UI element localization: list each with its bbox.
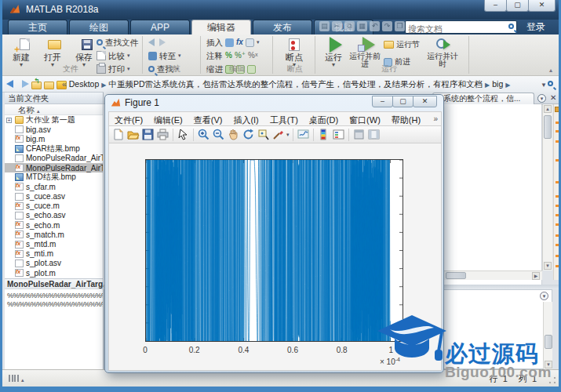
file-item[interactable]: big.asv — [5, 125, 103, 134]
file-details-header[interactable]: MonoPulseRadar_AirTarg... — [5, 278, 103, 289]
ribbon-tab-2[interactable]: 绘图 — [69, 20, 129, 34]
busy-indicator-dropdown-icon[interactable]: ▴ — [21, 377, 24, 383]
hide-plot-tools-icon[interactable] — [352, 128, 366, 141]
new-script-button[interactable]: ＋ 新建▾ — [6, 36, 36, 67]
open-button[interactable]: 打开▾ — [38, 36, 67, 67]
file-item[interactable]: CFAR结果.bmp — [5, 144, 103, 154]
insert-colorbar-icon[interactable] — [317, 128, 330, 141]
rotate-3d-icon[interactable] — [242, 128, 255, 141]
save-button[interactable]: 保存▾ — [69, 36, 99, 67]
analyzer-warning-mark[interactable] — [556, 140, 560, 143]
file-item[interactable]: s_cfar.m — [5, 182, 103, 191]
address-dropdown-icon[interactable]: ▼ — [541, 82, 547, 89]
ribbon-tab-3[interactable]: APP — [130, 20, 190, 34]
qat-save-icon[interactable]: ▤ — [319, 21, 330, 31]
save-figure-icon[interactable] — [141, 128, 155, 141]
insert-legend-icon[interactable] — [332, 128, 345, 141]
address-search-icon[interactable] — [548, 81, 553, 86]
breadcrumb[interactable]: « Desktop▶中重频PD雷达系统仿真，包括雷达系统的整个流程，信号产生，信… — [62, 76, 537, 93]
doc-search-input[interactable] — [406, 24, 498, 35]
figure-titlebar[interactable]: Figure 1 ‒ ▢ ✕ — [105, 95, 443, 111]
qat-copy-icon[interactable]: ⧉ — [344, 21, 355, 31]
link-plot-icon[interactable] — [297, 128, 310, 141]
file-item[interactable]: s_cuce.m — [5, 201, 103, 211]
insert-row[interactable]: 插入 fx ▾ — [206, 37, 259, 48]
analyzer-warning-mark[interactable] — [556, 214, 560, 216]
comment-icon[interactable]: % — [225, 50, 232, 61]
file-item[interactable]: +大作业 第一题 — [5, 115, 103, 125]
plot-axes[interactable] — [145, 159, 403, 342]
tree-expand-icon[interactable]: + — [6, 118, 12, 123]
breadcrumb-segment[interactable]: big — [492, 79, 503, 89]
compare-button[interactable]: 比较▾ — [97, 50, 130, 61]
document-menu-icon[interactable]: ▾ — [537, 94, 546, 103]
nav-back-icon[interactable] — [6, 78, 17, 89]
run-button[interactable]: 运行▾ — [319, 36, 348, 67]
file-item[interactable]: s_echo.m — [5, 220, 103, 230]
analyzer-warning-mark[interactable] — [556, 265, 560, 267]
new-figure-icon[interactable] — [111, 128, 125, 141]
menu-overflow-icon[interactable]: » — [433, 112, 438, 125]
figure-minimize-button[interactable]: ‒ — [372, 96, 393, 107]
brush-icon[interactable] — [271, 128, 285, 141]
show-plot-tools-icon[interactable] — [367, 128, 381, 141]
file-item[interactable]: s_echo.asv — [5, 211, 103, 220]
data-cursor-icon[interactable] — [257, 128, 270, 141]
folder-up-icon[interactable]: ↰ — [31, 78, 42, 89]
qat-undo-icon[interactable]: ↶ — [370, 21, 380, 31]
browse-folder-icon[interactable] — [44, 78, 55, 89]
sign-in-link[interactable]: 登录 — [526, 20, 545, 34]
insert-image-icon[interactable] — [246, 38, 254, 47]
run-section-button[interactable]: 运行节 — [384, 39, 420, 50]
file-item[interactable]: s_mti.m — [5, 249, 103, 259]
file-item[interactable]: s_plot.asv — [5, 259, 103, 268]
editor-horizontal-scrollbar[interactable]: ▶ — [444, 270, 542, 280]
file-item[interactable]: s_cuce.asv — [5, 192, 103, 201]
analyzer-warning-mark[interactable] — [556, 255, 560, 257]
lower-pane-scrollbar[interactable]: ▼ — [543, 302, 552, 369]
insert-section-icon[interactable] — [225, 38, 234, 47]
back-icon[interactable] — [148, 38, 155, 46]
analyzer-status-icon[interactable] — [555, 107, 560, 112]
lower-pane-menu-icon[interactable]: ▾ — [540, 292, 548, 300]
ribbon-tab-1[interactable]: 主页 — [8, 20, 67, 34]
name-column-header[interactable]: 名称 ▴ — [5, 104, 103, 115]
analyzer-warning-mark[interactable] — [556, 130, 560, 132]
edit-plot-arrow-icon[interactable] — [177, 128, 190, 141]
insert-function-icon[interactable]: fx — [236, 37, 243, 48]
nav-forward-icon[interactable] — [19, 78, 30, 89]
close-button[interactable]: ✕ — [528, 0, 556, 12]
code-analyzer-strip[interactable] — [553, 104, 561, 280]
analyzer-warning-mark[interactable] — [556, 159, 560, 162]
qat-redo-icon[interactable]: ↷ — [382, 21, 392, 31]
file-item[interactable]: MonoPulseRadar_AirT.. — [5, 154, 103, 163]
forward-icon[interactable] — [159, 38, 166, 46]
open-file-icon[interactable] — [126, 128, 140, 141]
zoom-out-icon[interactable] — [212, 128, 225, 141]
analyzer-warning-mark[interactable] — [556, 234, 560, 237]
zoom-in-icon[interactable] — [197, 128, 210, 141]
uncomment-icon[interactable]: %ˣ — [248, 50, 258, 61]
print-figure-icon[interactable] — [156, 128, 169, 141]
editor-vertical-scrollbar[interactable]: ▲ ▼ — [542, 104, 552, 270]
file-item[interactable]: s_mtd.m — [5, 239, 103, 249]
brush-dropdown-icon[interactable]: ▾ — [286, 132, 290, 138]
comment-row[interactable]: 注释 % %⁺ %ˣ — [206, 50, 258, 61]
file-item[interactable]: s_plot.m — [5, 268, 103, 278]
resize-grip[interactable] — [548, 376, 556, 384]
pan-hand-icon[interactable] — [227, 128, 240, 141]
ribbon-tab-5[interactable]: 发布 — [253, 20, 312, 34]
analyzer-warning-mark[interactable] — [556, 181, 560, 183]
maximize-button[interactable]: ▢ — [506, 0, 529, 12]
minimize-button[interactable]: ‒ — [484, 0, 507, 12]
analyzer-warning-mark[interactable] — [556, 205, 560, 207]
file-item[interactable]: s_match.m — [5, 230, 103, 239]
search-icon[interactable] — [508, 24, 514, 29]
analyzer-warning-mark[interactable] — [556, 122, 560, 124]
breadcrumb-segment[interactable]: Desktop — [69, 79, 100, 89]
figure-maximize-button[interactable]: ▢ — [392, 96, 413, 107]
ribbon-tab-4[interactable]: 编辑器 — [191, 20, 251, 34]
file-item[interactable]: MTD结果.bmp — [5, 172, 103, 182]
comment-block-icon[interactable]: %⁺ — [235, 50, 246, 61]
analyzer-warning-mark[interactable] — [556, 223, 560, 226]
